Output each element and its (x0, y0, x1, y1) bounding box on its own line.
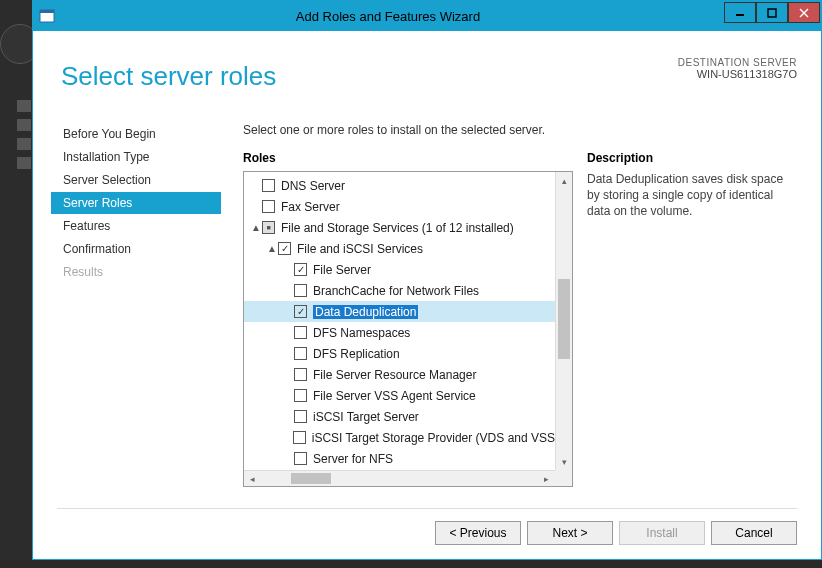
role-label: Server for NFS (313, 452, 393, 466)
wizard-nav: Before You BeginInstallation TypeServer … (51, 123, 221, 284)
role-checkbox[interactable] (294, 368, 307, 381)
role-item[interactable]: DNS Server (244, 175, 555, 196)
destination-server: WIN-US611318G7O (678, 68, 797, 80)
install-button: Install (619, 521, 705, 545)
nav-item-installation-type[interactable]: Installation Type (51, 146, 221, 168)
role-label: File Server (313, 263, 371, 277)
vertical-scrollbar[interactable]: ▴ ▾ (555, 172, 572, 470)
minimize-button[interactable] (724, 2, 756, 23)
role-checkbox[interactable] (294, 305, 307, 318)
nav-item-before-you-begin[interactable]: Before You Begin (51, 123, 221, 145)
role-label: Data Deduplication (313, 305, 418, 319)
role-checkbox[interactable] (262, 179, 275, 192)
role-checkbox[interactable] (294, 326, 307, 339)
nav-item-features[interactable]: Features (51, 215, 221, 237)
horizontal-scrollbar[interactable]: ◂ ▸ (244, 470, 555, 486)
description-header: Description (587, 151, 797, 165)
role-label: iSCSI Target Server (313, 410, 419, 424)
role-label: DFS Namespaces (313, 326, 410, 340)
role-item[interactable]: Data Deduplication (244, 301, 555, 322)
role-label: iSCSI Target Storage Provider (VDS and V… (312, 431, 555, 445)
role-label: DFS Replication (313, 347, 400, 361)
bg-icon (17, 157, 31, 169)
role-item[interactable]: BranchCache for Network Files (244, 280, 555, 301)
role-item[interactable]: Server for NFS (244, 448, 555, 469)
scroll-right-arrow[interactable]: ▸ (538, 471, 555, 487)
role-label: File and Storage Services (1 of 12 insta… (281, 221, 514, 235)
role-checkbox[interactable] (293, 431, 306, 444)
roles-listbox[interactable]: DNS ServerFax Server▲File and Storage Se… (243, 171, 573, 487)
role-item[interactable]: File Server Resource Manager (244, 364, 555, 385)
destination-label: DESTINATION SERVER (678, 57, 797, 68)
role-checkbox[interactable] (294, 389, 307, 402)
scroll-up-arrow[interactable]: ▴ (556, 172, 572, 189)
roles-header: Roles (243, 151, 573, 165)
instruction-text: Select one or more roles to install on t… (243, 123, 798, 137)
role-checkbox[interactable] (262, 221, 275, 234)
role-item[interactable]: File Server VSS Agent Service (244, 385, 555, 406)
titlebar[interactable]: Add Roles and Features Wizard (33, 1, 821, 31)
vertical-scroll-thumb[interactable] (558, 279, 570, 359)
scroll-left-arrow[interactable]: ◂ (244, 471, 261, 487)
role-checkbox[interactable] (278, 242, 291, 255)
role-item[interactable]: iSCSI Target Server (244, 406, 555, 427)
svg-rect-1 (40, 10, 54, 13)
expander-icon[interactable]: ▲ (266, 243, 278, 254)
role-label: Fax Server (281, 200, 340, 214)
scroll-down-arrow[interactable]: ▾ (556, 453, 572, 470)
role-label: File and iSCSI Services (297, 242, 423, 256)
horizontal-scroll-thumb[interactable] (291, 473, 331, 484)
nav-item-results: Results (51, 261, 221, 283)
role-label: DNS Server (281, 179, 345, 193)
role-checkbox[interactable] (294, 284, 307, 297)
wizard-buttons: < Previous Next > Install Cancel (57, 508, 797, 545)
maximize-button[interactable] (756, 2, 788, 23)
role-item[interactable]: Fax Server (244, 196, 555, 217)
bg-icon (17, 138, 31, 150)
role-item[interactable]: ▲File and Storage Services (1 of 12 inst… (244, 217, 555, 238)
app-icon (39, 8, 55, 24)
bg-icon (17, 100, 31, 112)
nav-item-confirmation[interactable]: Confirmation (51, 238, 221, 260)
role-item[interactable]: ▲File and iSCSI Services (244, 238, 555, 259)
destination-info: DESTINATION SERVER WIN-US611318G7O (678, 57, 797, 80)
role-checkbox[interactable] (262, 200, 275, 213)
next-button[interactable]: Next > (527, 521, 613, 545)
wizard-window: Add Roles and Features Wizard DESTINATIO… (32, 0, 822, 560)
role-checkbox[interactable] (294, 263, 307, 276)
bg-icon (17, 119, 31, 131)
close-button[interactable] (788, 2, 820, 23)
role-checkbox[interactable] (294, 410, 307, 423)
role-item[interactable]: DFS Namespaces (244, 322, 555, 343)
nav-item-server-selection[interactable]: Server Selection (51, 169, 221, 191)
window-title: Add Roles and Features Wizard (65, 9, 711, 24)
role-item[interactable]: File Server (244, 259, 555, 280)
nav-item-server-roles[interactable]: Server Roles (51, 192, 221, 214)
previous-button[interactable]: < Previous (435, 521, 521, 545)
role-item[interactable]: iSCSI Target Storage Provider (VDS and V… (244, 427, 555, 448)
svg-rect-3 (768, 9, 776, 17)
scroll-corner (555, 470, 572, 486)
role-label: File Server Resource Manager (313, 368, 476, 382)
role-item[interactable]: DFS Replication (244, 343, 555, 364)
role-label: BranchCache for Network Files (313, 284, 479, 298)
description-text: Data Deduplication saves disk space by s… (587, 171, 797, 220)
page-title: Select server roles (61, 61, 276, 92)
role-label: File Server VSS Agent Service (313, 389, 476, 403)
cancel-button[interactable]: Cancel (711, 521, 797, 545)
role-checkbox[interactable] (294, 347, 307, 360)
role-checkbox[interactable] (294, 452, 307, 465)
expander-icon[interactable]: ▲ (250, 222, 262, 233)
